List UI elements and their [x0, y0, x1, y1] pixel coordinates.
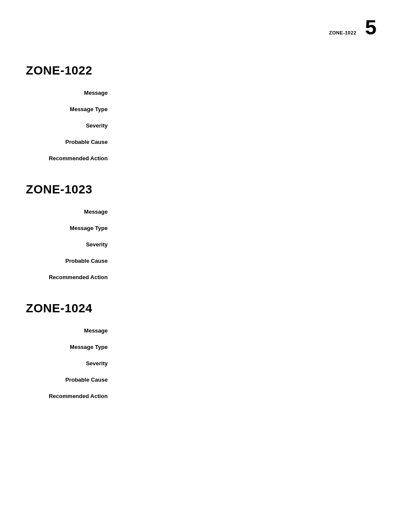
field-value — [116, 207, 385, 219]
field-label: Severity — [26, 121, 116, 133]
field-value — [116, 88, 385, 100]
section-zone-1022: ZONE-1022MessageMessage TypeSeverityProb… — [26, 64, 385, 165]
field-label: Severity — [26, 358, 116, 370]
page-header-label: ZONE-1022 — [329, 30, 357, 35]
field-row: Severity — [26, 240, 385, 252]
field-value — [116, 104, 385, 116]
field-row: Message Type — [26, 342, 385, 354]
field-row: Message — [26, 88, 385, 100]
field-value — [116, 223, 385, 235]
field-row: Probable Cause — [26, 137, 385, 149]
field-value — [116, 342, 385, 354]
field-value — [116, 391, 385, 403]
field-value — [116, 358, 385, 370]
field-value — [116, 256, 385, 268]
field-label: Recommended Action — [26, 153, 116, 165]
field-label: Probable Cause — [26, 137, 116, 149]
field-label: Recommended Action — [26, 391, 116, 403]
field-value — [116, 375, 385, 387]
field-row: Message Type — [26, 223, 385, 235]
field-row: Recommended Action — [26, 153, 385, 165]
field-value — [116, 121, 385, 133]
field-row: Message — [26, 326, 385, 338]
section-title-zone-1024: ZONE-1024 — [26, 302, 385, 315]
field-row: Message — [26, 207, 385, 219]
field-row: Probable Cause — [26, 256, 385, 268]
section-zone-1023: ZONE-1023MessageMessage TypeSeverityProb… — [26, 183, 385, 284]
field-label: Recommended Action — [26, 272, 116, 284]
field-label: Probable Cause — [26, 256, 116, 268]
field-row: Recommended Action — [26, 391, 385, 403]
field-row: Recommended Action — [26, 272, 385, 284]
field-row: Probable Cause — [26, 375, 385, 387]
field-value — [116, 137, 385, 149]
field-label: Message Type — [26, 104, 116, 116]
field-label: Severity — [26, 240, 116, 252]
page-header: ZONE-1022 5 — [26, 17, 385, 38]
page-number: 5 — [365, 17, 377, 38]
section-title-zone-1023: ZONE-1023 — [26, 183, 385, 196]
field-label: Message — [26, 207, 116, 219]
field-row: Severity — [26, 121, 385, 133]
field-value — [116, 272, 385, 284]
field-value — [116, 326, 385, 338]
field-value — [116, 240, 385, 252]
section-zone-1024: ZONE-1024MessageMessage TypeSeverityProb… — [26, 302, 385, 403]
field-label: Message Type — [26, 223, 116, 235]
section-title-zone-1022: ZONE-1022 — [26, 64, 385, 78]
field-label: Message — [26, 326, 116, 338]
field-label: Message Type — [26, 342, 116, 354]
field-label: Message — [26, 88, 116, 100]
field-row: Message Type — [26, 104, 385, 116]
field-row: Severity — [26, 358, 385, 370]
field-label: Probable Cause — [26, 375, 116, 387]
field-value — [116, 153, 385, 165]
